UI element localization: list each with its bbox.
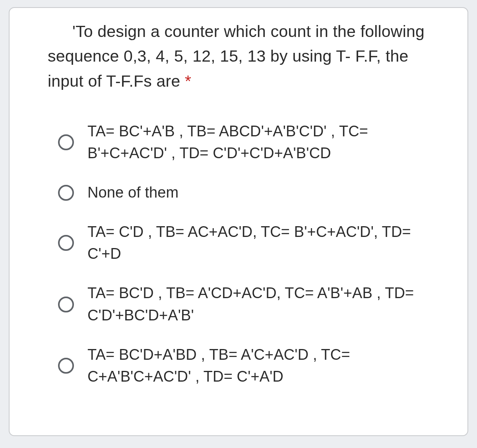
radio-icon[interactable] [58, 235, 74, 251]
option-5[interactable]: TA= BC'D+A'BD , TB= A'C+AC'D , TC= C+A'B… [58, 344, 436, 388]
radio-icon[interactable] [58, 297, 74, 312]
option-label: None of them [87, 182, 178, 204]
options-group: TA= BC'+A'B , TB= ABCD'+A'B'C'D' , TC= B… [58, 120, 436, 388]
option-label: TA= BC'+A'B , TB= ABCD'+A'B'C'D' , TC= B… [87, 120, 436, 164]
option-label: TA= BC'D+A'BD , TB= A'C+AC'D , TC= C+A'B… [87, 344, 436, 388]
option-3[interactable]: TA= C'D , TB= AC+AC'D, TC= B'+C+AC'D', T… [58, 221, 436, 265]
required-marker: * [185, 72, 191, 90]
radio-icon[interactable] [58, 358, 74, 374]
radio-icon[interactable] [58, 185, 74, 201]
option-4[interactable]: TA= BC'D , TB= A'CD+AC'D, TC= A'B'+AB , … [58, 282, 436, 326]
question-text: 'To design a counter which count in the … [48, 19, 436, 93]
option-label: TA= C'D , TB= AC+AC'D, TC= B'+C+AC'D', T… [87, 221, 436, 265]
question-card: 'To design a counter which count in the … [9, 7, 468, 436]
option-label: TA= BC'D , TB= A'CD+AC'D, TC= A'B'+AB , … [87, 282, 436, 326]
question-body: 'To design a counter which count in the … [48, 22, 425, 90]
option-2[interactable]: None of them [58, 182, 436, 204]
option-1[interactable]: TA= BC'+A'B , TB= ABCD'+A'B'C'D' , TC= B… [58, 120, 436, 164]
radio-icon[interactable] [58, 134, 74, 150]
